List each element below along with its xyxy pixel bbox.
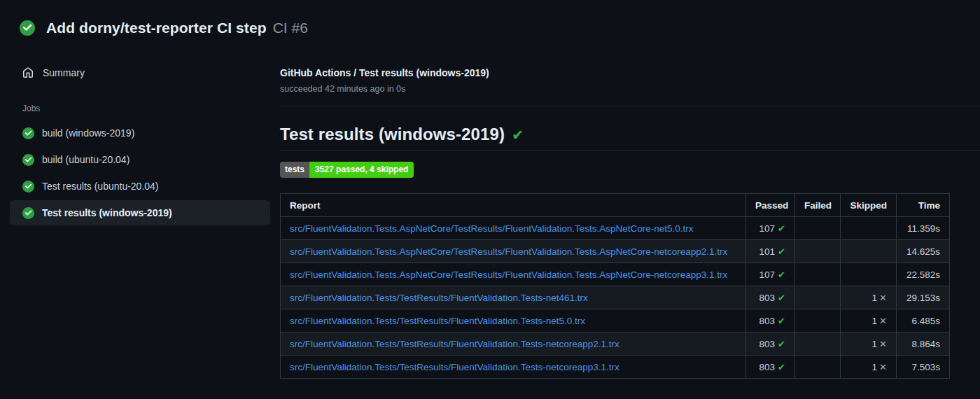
report-heading: Test results (windows-2019)✔ xyxy=(280,125,980,150)
main-content: GitHub Actions / Test results (windows-2… xyxy=(280,63,980,379)
sidebar-item-job[interactable]: build (windows-2019) xyxy=(10,120,270,146)
success-check-circle-icon xyxy=(20,20,35,36)
sidebar-item-job[interactable]: Test results (ubuntu-20.04) xyxy=(10,174,270,199)
passed-cell: 107✔ xyxy=(746,263,795,286)
job-success-check-icon xyxy=(22,207,34,219)
column-header-failed: Failed xyxy=(795,194,841,217)
passed-check-icon: ✔ xyxy=(778,223,785,234)
table-row: src/FluentValidation.Tests.AspNetCore/Te… xyxy=(281,263,950,286)
failed-cell xyxy=(795,217,841,240)
passed-cell: 803✔ xyxy=(746,332,795,356)
passed-check-icon: ✔ xyxy=(778,316,785,326)
tests-badge-label: tests xyxy=(280,162,309,178)
report-link[interactable]: src/FluentValidation.Tests.AspNetCore/Te… xyxy=(290,223,694,234)
passed-check-icon: ✔ xyxy=(778,246,785,257)
job-label: Test results (ubuntu-20.04) xyxy=(42,181,159,192)
time-cell: 29.153s xyxy=(897,286,950,309)
time-cell: 8.864s xyxy=(897,332,950,356)
table-row: src/FluentValidation.Tests.AspNetCore/Te… xyxy=(281,217,950,240)
skipped-cell xyxy=(841,240,897,263)
column-header-skipped: Skipped xyxy=(841,194,897,217)
time-cell: 11.359s xyxy=(897,217,950,240)
job-success-check-icon xyxy=(22,181,34,192)
tests-badge-value: 3527 passed, 4 skipped xyxy=(309,162,414,178)
time-cell: 7.503s xyxy=(897,356,950,379)
time-cell: 14.625s xyxy=(897,240,950,263)
passed-check-icon: ✔ xyxy=(778,293,785,303)
check-run-meta: GitHub Actions / Test results (windows-2… xyxy=(280,67,980,94)
skipped-x-icon: ✕ xyxy=(879,339,887,349)
failed-cell xyxy=(795,286,841,309)
table-row: src/FluentValidation.Tests.AspNetCore/Te… xyxy=(281,240,950,263)
time-cell: 22.582s xyxy=(897,263,950,286)
sidebar-item-summary[interactable]: Summary xyxy=(0,63,280,83)
skipped-cell: 1✕ xyxy=(841,309,897,332)
passed-cell: 803✔ xyxy=(746,356,795,379)
skipped-x-icon: ✕ xyxy=(879,316,887,326)
time-cell: 6.485s xyxy=(897,309,950,332)
passed-cell: 107✔ xyxy=(746,217,795,240)
table-row: src/FluentValidation.Tests/TestResults/F… xyxy=(281,332,950,356)
passed-check-icon: ✔ xyxy=(778,362,785,372)
skipped-cell xyxy=(841,217,897,240)
skipped-x-icon: ✕ xyxy=(879,293,887,303)
passed-check-icon: ✔ xyxy=(778,339,785,349)
report-cell: src/FluentValidation.Tests/TestResults/F… xyxy=(281,356,746,379)
job-success-check-icon xyxy=(22,127,34,139)
test-results-table: Report Passed Failed Skipped Time src/Fl… xyxy=(280,193,950,379)
check-run-status-line: succeeded 42 minutes ago in 0s xyxy=(280,84,980,94)
table-row: src/FluentValidation.Tests/TestResults/F… xyxy=(281,356,950,379)
heading-success-check-icon: ✔ xyxy=(512,127,524,144)
jobs-list: build (windows-2019)build (ubuntu-20.04)… xyxy=(0,120,280,225)
table-header-row: Report Passed Failed Skipped Time xyxy=(281,194,950,217)
table-row: src/FluentValidation.Tests/TestResults/F… xyxy=(281,286,950,309)
table-row: src/FluentValidation.Tests/TestResults/F… xyxy=(281,309,950,332)
report-link[interactable]: src/FluentValidation.Tests.AspNetCore/Te… xyxy=(290,270,727,280)
report-cell: src/FluentValidation.Tests.AspNetCore/Te… xyxy=(281,217,746,240)
report-link[interactable]: src/FluentValidation.Tests.AspNetCore/Te… xyxy=(290,246,727,257)
job-label: build (windows-2019) xyxy=(42,127,134,139)
skipped-cell: 1✕ xyxy=(841,332,897,356)
page-body: Summary Jobs build (windows-2019)build (… xyxy=(0,63,980,379)
check-run-page: Add dorny/test-reporter CI step CI #6 Su… xyxy=(0,0,980,379)
failed-cell xyxy=(795,263,841,286)
report-cell: src/FluentValidation.Tests.AspNetCore/Te… xyxy=(281,263,746,286)
sidebar: Summary Jobs build (windows-2019)build (… xyxy=(0,63,280,379)
report-link[interactable]: src/FluentValidation.Tests/TestResults/F… xyxy=(290,362,620,372)
skipped-cell: 1✕ xyxy=(841,356,897,379)
run-title: Add dorny/test-reporter CI step xyxy=(46,20,267,36)
failed-cell xyxy=(795,332,841,356)
column-header-passed: Passed xyxy=(746,194,795,217)
tests-badge: tests 3527 passed, 4 skipped xyxy=(280,162,414,178)
report-cell: src/FluentValidation.Tests.AspNetCore/Te… xyxy=(281,240,746,263)
passed-check-icon: ✔ xyxy=(778,270,785,280)
sidebar-summary-label: Summary xyxy=(43,67,85,78)
skipped-x-icon: ✕ xyxy=(879,362,887,372)
jobs-section-label: Jobs xyxy=(22,104,280,113)
report-link[interactable]: src/FluentValidation.Tests/TestResults/F… xyxy=(290,293,588,303)
report-cell: src/FluentValidation.Tests/TestResults/F… xyxy=(281,286,746,309)
report-heading-text: Test results (windows-2019) xyxy=(280,125,505,144)
report-link[interactable]: src/FluentValidation.Tests/TestResults/F… xyxy=(290,339,620,349)
job-label: Test results (windows-2019) xyxy=(42,207,172,218)
passed-cell: 101✔ xyxy=(746,240,795,263)
workflow-run-header: Add dorny/test-reporter CI step CI #6 xyxy=(0,0,980,36)
run-number: CI #6 xyxy=(273,20,308,36)
passed-cell: 803✔ xyxy=(746,286,795,309)
failed-cell xyxy=(795,356,841,379)
column-header-time: Time xyxy=(897,194,950,217)
passed-cell: 803✔ xyxy=(746,309,795,332)
report-link[interactable]: src/FluentValidation.Tests/TestResults/F… xyxy=(290,316,585,326)
check-run-title: GitHub Actions / Test results (windows-2… xyxy=(280,67,980,78)
home-icon xyxy=(22,67,34,78)
report-cell: src/FluentValidation.Tests/TestResults/F… xyxy=(281,332,746,356)
failed-cell xyxy=(795,240,841,263)
sidebar-item-job[interactable]: build (ubuntu-20.04) xyxy=(10,147,270,172)
skipped-cell xyxy=(841,263,897,286)
job-label: build (ubuntu-20.04) xyxy=(42,154,130,165)
sidebar-item-job[interactable]: Test results (windows-2019) xyxy=(10,200,270,225)
report-cell: src/FluentValidation.Tests/TestResults/F… xyxy=(281,309,746,332)
column-header-report: Report xyxy=(281,194,746,217)
failed-cell xyxy=(795,309,841,332)
skipped-cell: 1✕ xyxy=(841,286,897,309)
